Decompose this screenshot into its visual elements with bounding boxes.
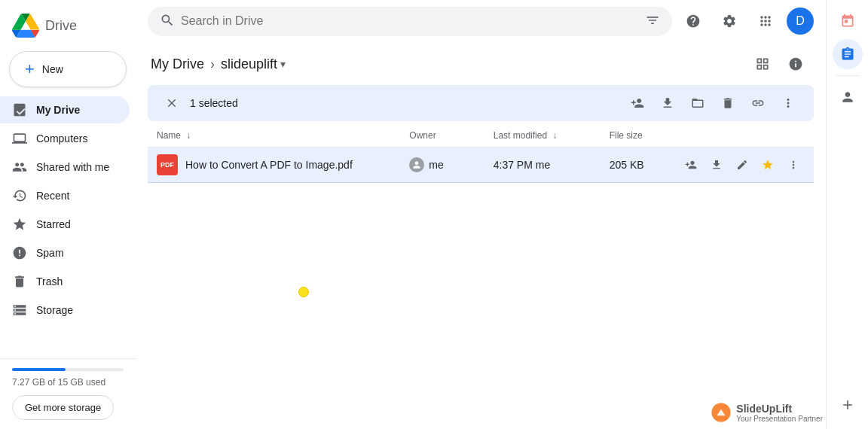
col-header-owner: Owner bbox=[400, 124, 484, 148]
settings-button[interactable] bbox=[714, 6, 744, 36]
storage-bar bbox=[12, 368, 124, 371]
sidebar-item-label-computers: Computers bbox=[36, 132, 87, 145]
file-row-actions bbox=[671, 148, 814, 183]
help-button[interactable] bbox=[678, 6, 708, 36]
storage-section: 7.27 GB of 15 GB used Get more storage bbox=[0, 358, 136, 429]
right-panel-separator bbox=[836, 75, 860, 76]
sidebar-item-my-drive[interactable]: My Drive bbox=[0, 96, 130, 123]
move-to-button[interactable] bbox=[684, 90, 711, 117]
sidebar-item-spam[interactable]: Spam bbox=[0, 239, 130, 266]
file-table: Name ↓ Owner Last modified ↓ File size bbox=[148, 124, 814, 183]
row-star-button[interactable] bbox=[756, 154, 779, 176]
apps-button[interactable] bbox=[750, 6, 781, 36]
file-name: How to Convert A PDF to Image.pdf bbox=[185, 159, 353, 171]
sidebar-item-label-recent: Recent bbox=[36, 190, 69, 202]
sidebar-item-trash[interactable]: Trash bbox=[0, 268, 130, 295]
sidebar-item-label-my-drive: My Drive bbox=[36, 104, 80, 116]
watermark-brand: SlideUpLift bbox=[736, 403, 823, 415]
avatar[interactable]: D bbox=[787, 8, 814, 35]
storage-icon bbox=[12, 303, 27, 318]
my-drive-icon bbox=[12, 102, 27, 117]
sidebar-item-shared[interactable]: Shared with me bbox=[0, 154, 130, 181]
spam-icon bbox=[12, 245, 27, 260]
get-link-button[interactable] bbox=[744, 90, 772, 117]
sidebar-item-computers[interactable]: Computers bbox=[0, 125, 130, 152]
topbar: D bbox=[136, 0, 826, 43]
plus-icon: + bbox=[25, 59, 35, 79]
app-logo: Drive bbox=[0, 6, 136, 51]
action-icons bbox=[624, 90, 802, 117]
sidebar-item-label-storage: Storage bbox=[36, 304, 73, 316]
new-button[interactable]: + New bbox=[9, 51, 127, 87]
filter-icon[interactable] bbox=[645, 13, 660, 30]
file-size: 205 KB bbox=[610, 159, 644, 171]
col-header-name[interactable]: Name ↓ bbox=[148, 124, 400, 148]
search-bar[interactable] bbox=[148, 7, 672, 36]
breadcrumb-root[interactable]: My Drive bbox=[151, 56, 204, 72]
search-input[interactable] bbox=[181, 14, 639, 28]
row-edit-button[interactable] bbox=[731, 154, 753, 176]
sidebar-item-recent[interactable]: Recent bbox=[0, 182, 130, 209]
action-bar: 1 selected bbox=[148, 85, 814, 121]
file-area: Name ↓ Owner Last modified ↓ File size bbox=[136, 124, 826, 429]
share-button[interactable] bbox=[624, 90, 651, 117]
get-more-storage-button[interactable]: Get more storage bbox=[12, 395, 114, 420]
new-button-label: New bbox=[42, 63, 63, 75]
slideuplift-icon bbox=[711, 402, 732, 423]
pdf-icon: PDF bbox=[157, 154, 178, 175]
computers-icon bbox=[12, 131, 27, 146]
breadcrumb: My Drive › slideuplift ▾ bbox=[136, 43, 826, 82]
main-content: D My Drive › slideuplift ▾ 1 selected bbox=[136, 0, 826, 429]
right-panel-calendar[interactable] bbox=[833, 6, 863, 36]
watermark: SlideUpLift Your Presentation Partner bbox=[711, 402, 823, 423]
sort-arrow-modified: ↓ bbox=[552, 130, 557, 141]
close-selection-button[interactable] bbox=[160, 91, 184, 115]
owner-avatar bbox=[409, 157, 424, 172]
file-name-cell: PDF How to Convert A PDF to Image.pdf bbox=[148, 148, 400, 183]
breadcrumb-dropdown-icon: ▾ bbox=[280, 58, 286, 70]
table-row[interactable]: PDF How to Convert A PDF to Image.pdf me bbox=[148, 148, 814, 183]
drive-logo-icon bbox=[12, 12, 39, 39]
info-button[interactable] bbox=[781, 49, 811, 79]
sidebar-item-label-trash: Trash bbox=[36, 275, 63, 288]
col-header-size: File size bbox=[601, 124, 671, 148]
selected-count: 1 selected bbox=[190, 97, 621, 109]
recent-icon bbox=[12, 188, 27, 203]
right-panel-add[interactable] bbox=[833, 390, 863, 420]
sidebar-item-starred[interactable]: Starred bbox=[0, 211, 130, 238]
shared-icon bbox=[12, 160, 27, 175]
breadcrumb-current-label: slideuplift bbox=[221, 56, 277, 72]
sidebar-item-label-shared: Shared with me bbox=[36, 161, 109, 173]
row-share-button[interactable] bbox=[680, 154, 702, 176]
app-title: Drive bbox=[45, 18, 77, 34]
col-header-actions bbox=[671, 124, 814, 148]
breadcrumb-current[interactable]: slideuplift ▾ bbox=[221, 56, 286, 72]
sidebar-item-label-starred: Starred bbox=[36, 218, 71, 230]
delete-button[interactable] bbox=[714, 90, 741, 117]
file-owner-cell: me bbox=[400, 148, 484, 183]
download-button[interactable] bbox=[654, 90, 681, 117]
file-size-cell: 205 KB bbox=[601, 148, 671, 183]
sidebar-item-storage[interactable]: Storage bbox=[0, 297, 130, 324]
search-icon bbox=[160, 13, 175, 30]
sidebar-nav: My Drive Computers Shared with me Recent… bbox=[0, 96, 136, 358]
trash-icon bbox=[12, 274, 27, 289]
right-panel-contacts[interactable] bbox=[833, 82, 863, 112]
file-modified: 4:37 PM me bbox=[494, 159, 550, 171]
file-owner: me bbox=[429, 159, 443, 171]
storage-bar-fill bbox=[12, 368, 66, 371]
storage-text: 7.27 GB of 15 GB used bbox=[12, 377, 124, 388]
right-panel-tasks[interactable] bbox=[833, 39, 863, 69]
file-modified-cell: 4:37 PM me bbox=[484, 148, 601, 183]
row-download-button[interactable] bbox=[705, 154, 728, 176]
row-more-button[interactable] bbox=[782, 154, 805, 176]
grid-view-button[interactable] bbox=[747, 49, 778, 79]
sidebar-item-label-spam: Spam bbox=[36, 247, 64, 259]
more-actions-button[interactable] bbox=[775, 90, 802, 117]
watermark-sub: Your Presentation Partner bbox=[736, 415, 823, 423]
topbar-icons: D bbox=[678, 6, 814, 36]
right-panel bbox=[826, 0, 868, 429]
sidebar: Drive + New My Drive Computers Shared wi… bbox=[0, 0, 136, 429]
starred-icon bbox=[12, 217, 27, 232]
col-header-modified[interactable]: Last modified ↓ bbox=[484, 124, 601, 148]
